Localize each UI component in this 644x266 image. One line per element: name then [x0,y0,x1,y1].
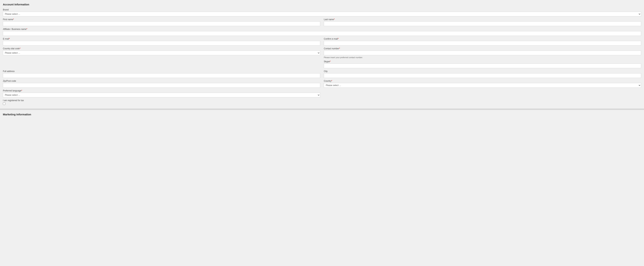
contact-number-input[interactable] [324,51,641,55]
city-input[interactable] [324,73,641,78]
zip-post-code-group: Zip/Post code [3,80,320,88]
affiliate-business-name-group: Affiliate / Business name* [3,28,641,36]
email-group: E-mail* [3,38,320,46]
zip-post-code-label: Zip/Post code [3,80,320,82]
full-address-group: Full address [3,70,320,78]
full-address-input[interactable] [3,73,320,78]
tax-registered-group: I am registered for tax [3,99,641,105]
tax-registered-checkbox[interactable] [3,102,6,105]
brand-select[interactable]: Please select ... [3,12,641,16]
account-section-title: Account Information [3,3,641,6]
contact-number-group: Contact number* Please insert your prefe… [324,47,641,59]
account-section: Account Information Brand Please select … [0,0,644,108]
skype-group: Skype* [324,60,641,68]
account-form-grid: Brand Please select ... First name* Last… [3,9,641,105]
confirm-email-label: Confirm e-mail* [324,38,641,40]
skype-label: Skype* [324,60,641,63]
contact-number-label: Contact number* [324,47,641,50]
brand-group: Brand Please select ... [3,9,641,16]
first-name-input[interactable] [3,22,320,26]
first-name-group: First name* [3,18,320,26]
first-name-label: First name* [3,18,320,21]
affiliate-business-name-input[interactable] [3,31,641,36]
zip-post-code-input[interactable] [3,83,320,88]
country-dial-code-group: Country dial code* Please select ... [3,47,320,59]
full-address-label: Full address [3,70,320,73]
contact-number-hint: Please insert your preferred contact num… [324,56,641,59]
section-divider [0,108,644,110]
tax-registered-checkbox-row [3,102,641,105]
preferred-language-label: Preferred language* [3,89,320,92]
marketing-section-title: Marketing Information [3,113,641,116]
preferred-language-group: Preferred language* Please select ... [3,89,320,97]
skype-input[interactable] [324,64,641,68]
affiliate-business-name-label: Affiliate / Business name* [3,28,641,30]
tax-registered-label: I am registered for tax [3,99,641,102]
marketing-section: Marketing Information [0,110,644,122]
last-name-label: Last name* [324,18,641,21]
country-dial-code-label: Country dial code* [3,47,320,50]
last-name-input[interactable] [324,22,641,26]
city-group: City [324,70,641,78]
preferred-language-select[interactable]: Please select ... [3,93,320,97]
last-name-group: Last name* [324,18,641,26]
country-select[interactable]: Please select ... [324,83,641,88]
confirm-email-input[interactable] [324,41,641,46]
email-label: E-mail* [3,38,320,40]
city-label: City [324,70,641,73]
country-group: Country* Please select ... [324,80,641,88]
email-input[interactable] [3,41,320,46]
country-label: Country* [324,80,641,82]
country-dial-code-select[interactable]: Please select ... [3,51,320,55]
confirm-email-group: Confirm e-mail* [324,38,641,46]
brand-label: Brand [3,9,641,11]
